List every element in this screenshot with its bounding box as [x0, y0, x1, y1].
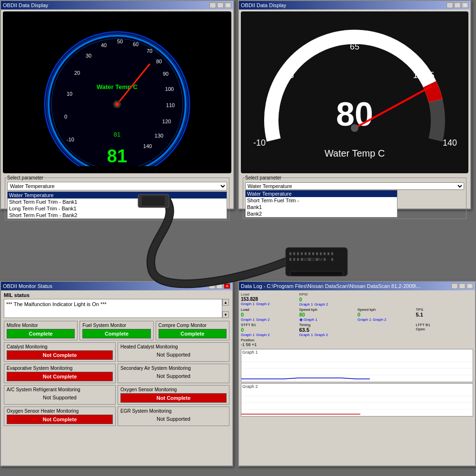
svg-text:100: 100: [165, 86, 174, 92]
timing-graph2[interactable]: Graph 2: [314, 333, 328, 337]
param-load: Load 153.828 Graph 1 Graph 2: [241, 292, 298, 307]
white-dropdown-item-stft[interactable]: Short Term Fuel Trim -: [246, 197, 397, 204]
svg-text:40: 40: [101, 42, 107, 48]
scroll-up-arrow[interactable]: ▲: [222, 299, 229, 306]
param-speed2-links: Graph 1 Graph 2: [357, 317, 415, 322]
param-empty3: [357, 323, 415, 337]
scroll-down-arrow[interactable]: ▼: [222, 311, 229, 318]
o2-sensor-cell: Oxygen Sensor Monitoring Not Complete: [118, 385, 229, 405]
svg-text:140: 140: [143, 143, 152, 149]
maximize-button-3[interactable]: □: [216, 283, 223, 289]
monitor-status-title: OBDII Monitor Status: [3, 283, 52, 289]
svg-text:-10: -10: [253, 138, 266, 148]
svg-rect-41: [289, 252, 291, 255]
misfire-label: Misfire Monitor: [7, 323, 75, 328]
white-gauge-titlebar: OBDII Data Display _ □ ✕: [239, 1, 470, 10]
graph2-label: Graph 2: [241, 384, 473, 389]
datalog-window: Data Log - C:\Program Files\Nissan DataS…: [238, 281, 476, 466]
param-load-graph1[interactable]: Graph 1: [241, 302, 255, 306]
speed2-graph2[interactable]: Graph 2: [373, 317, 387, 322]
svg-rect-52: [331, 252, 333, 255]
param-load2-name: Load: [241, 307, 298, 312]
param-position-value: -1 58 +1: [241, 342, 298, 347]
compre-comp-monitor-cell: Compre Comp Monitor Complete: [156, 321, 229, 340]
svg-rect-44: [301, 252, 303, 255]
load2-graph2[interactable]: Graph 2: [256, 317, 270, 322]
load2-graph1[interactable]: Graph 1: [241, 317, 255, 322]
svg-rect-46: [308, 252, 310, 255]
timing-graph1[interactable]: Graph 1: [299, 333, 313, 337]
svg-rect-55: [297, 258, 299, 261]
white-dropdown-item-water[interactable]: Water Temperature: [246, 190, 397, 197]
dropdown-item-water-temp[interactable]: Water Temperature: [8, 192, 227, 198]
white-dropdown-item-ltft[interactable]: Bank1: [246, 204, 397, 210]
svg-text:140: 140: [443, 138, 457, 148]
monitor-content: MIL status *** The Malfunction Indicator…: [1, 290, 232, 428]
param-load-name: Load: [241, 292, 298, 297]
dropdown-item-stft-b1[interactable]: Short Term Fuel Trim - Bank1: [8, 198, 227, 205]
minimize-button-2[interactable]: _: [446, 2, 453, 8]
maximize-button-4[interactable]: □: [459, 283, 466, 289]
datalog-params-grid: Load 153.828 Graph 1 Graph 2 RPM 0 Graph…: [240, 291, 474, 348]
svg-text:-10: -10: [67, 137, 74, 142]
stft-graph2[interactable]: Graph 2: [256, 333, 270, 337]
svg-text:120: 120: [162, 119, 171, 124]
svg-rect-51: [327, 252, 329, 255]
svg-rect-56: [301, 258, 303, 261]
monitors-row-4: A/C System Refrigerant Monitoring Not Su…: [4, 385, 229, 405]
window-controls-4: _ □ ✕: [451, 283, 473, 289]
stft-graph1[interactable]: Graph 1: [241, 333, 255, 337]
speed-graph1[interactable]: ◉ Graph 1: [299, 317, 317, 322]
param-rpm: RPM 0 Graph 1 Graph 2: [299, 292, 357, 307]
minimize-button-4[interactable]: _: [451, 283, 458, 289]
compre-comp-status: Complete: [159, 329, 227, 338]
dropdown-list: Water Temperature Short Term Fuel Trim -…: [7, 191, 227, 219]
svg-text:10: 10: [67, 91, 72, 97]
dropdown-item-ltft-b1[interactable]: Long Term Fuel Trim - Bank1: [8, 205, 227, 212]
param-speed2-name: Speed kph: [357, 307, 415, 312]
param-load-graph2[interactable]: Graph 2: [256, 302, 270, 306]
window-controls-2: _ □ ✕: [446, 2, 468, 8]
param-rpm-links: Graph 1 Graph 2: [299, 302, 357, 307]
param-rpm-graph2[interactable]: Graph 2: [314, 302, 328, 307]
param-rpm-graph1[interactable]: Graph 1: [299, 302, 313, 307]
monitors-row-5: Oxygen Sensor Heater Monitoring Not Comp…: [4, 407, 229, 426]
minimize-button-3[interactable]: _: [208, 283, 215, 289]
maximize-button[interactable]: □: [217, 2, 224, 8]
white-dropdown-item-stft2[interactable]: Bank2: [246, 210, 397, 217]
svg-text:81: 81: [107, 146, 127, 166]
select-param-area: Select parameter Water Temperature Short…: [5, 175, 229, 220]
white-gauge-select-area: Select parameter Water Temperature Water…: [243, 175, 466, 219]
param-ltft-name: LTFT B1: [416, 323, 474, 327]
datalog-content: Load 153.828 Graph 1 Graph 2 RPM 0 Graph…: [239, 290, 475, 466]
close-button[interactable]: ✕: [225, 2, 231, 8]
close-button-4[interactable]: ✕: [466, 283, 473, 289]
param-dropdown[interactable]: Water Temperature Short Term Fuel Trim -…: [7, 182, 227, 190]
speed2-graph1[interactable]: Graph 1: [357, 317, 371, 322]
evaporative-label: Evaporative System Monitoring: [7, 366, 113, 371]
svg-rect-57: [308, 258, 310, 261]
param-empty2: [416, 292, 474, 307]
close-button-2[interactable]: ✕: [462, 2, 468, 8]
ac-system-label: A/C System Refrigerant Monitoring: [7, 387, 113, 392]
svg-text:20: 20: [74, 70, 80, 76]
minimize-button[interactable]: _: [209, 2, 216, 8]
svg-text:130: 130: [155, 133, 163, 139]
mil-text-box: *** The Malfunction Indicator Light is O…: [4, 299, 229, 318]
param-load-links: Graph 1 Graph 2: [241, 302, 298, 306]
close-button-3[interactable]: ✕: [224, 283, 230, 289]
mil-text: *** The Malfunction Indicator Light is O…: [6, 301, 107, 307]
white-param-dropdown[interactable]: Water Temperature: [245, 182, 464, 190]
evaporative-status: Not Complete: [7, 372, 113, 381]
datalog-titlebar: Data Log - C:\Program Files\Nissan DataS…: [239, 282, 475, 290]
dropdown-item-stft-b2[interactable]: Short Term Fuel Trim - Bank2: [8, 212, 227, 218]
maximize-button-2[interactable]: □: [454, 2, 461, 8]
param-stft-value: 0: [241, 327, 298, 333]
param-empty1: [357, 292, 415, 307]
evaporative-cell: Evaporative System Monitoring Not Comple…: [4, 364, 116, 383]
svg-rect-47: [312, 252, 314, 255]
svg-point-35: [351, 124, 358, 132]
svg-rect-58: [316, 258, 318, 261]
param-timing: Timing 63.5 Graph 1 Graph 2: [299, 323, 357, 337]
svg-rect-66: [241, 389, 473, 416]
